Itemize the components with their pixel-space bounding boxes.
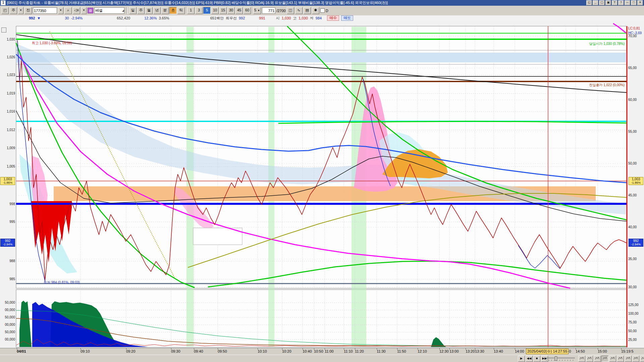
current-price-badge-right: 992-2.94% [629, 239, 643, 247]
playback-controls: ▶◀◀■▶▶ [518, 356, 548, 362]
time-tick-label: 11:50 [397, 349, 406, 353]
status-bar: ▶◀◀■▶▶ −+A [0, 355, 644, 362]
axis-tick-label: 1,009 [0, 146, 15, 150]
axis-tick-label: 35,00 [628, 257, 644, 261]
time-tick-label: 10:50 [314, 349, 323, 353]
chart-menu-icon[interactable] [1, 27, 6, 33]
region-zoom-icon[interactable] [594, 356, 601, 362]
time-tick-label: 04/01 [17, 349, 26, 353]
axis-tick-label: 50,000 [0, 330, 15, 334]
axis-tick-label: 1,026 [0, 55, 15, 59]
time-tick-label: 13:40 [494, 349, 503, 353]
time-tick-label: 10:10 [258, 349, 267, 353]
slider-handle[interactable] [555, 356, 557, 361]
time-tick-label: 09:30 [171, 349, 180, 353]
axis-tick-label: 1,019 [0, 92, 15, 95]
time-tick-label: 14:00 [515, 349, 524, 353]
axis-tick-label: 50,000 [0, 315, 15, 319]
cursor-datetime-label: 2025/04/02(수) 14:27:55 [526, 349, 569, 354]
axis-tick-label: 00,000 [0, 323, 15, 326]
axis-tick-label: 50,00 [628, 329, 644, 333]
day-high-annotation: 최고 1,030 (-3.69%, 09:00) [32, 41, 72, 46]
hc-value: HC:-3,69 [628, 31, 642, 35]
axis-tick-label: 60,00 [628, 98, 644, 102]
time-tick-label: 13:30 [475, 349, 484, 353]
time-tick-label: 11:30 [377, 349, 386, 353]
playback-■[interactable]: ■ [533, 356, 540, 362]
axis-tick-label: 45,00 [628, 193, 644, 197]
stock-chart-window: 1 [0601] 주식종합차트 - 유통비율[78.5] 거래대금[651(백만… [0, 0, 644, 362]
time-axis: 04/0109:1009:2009:3009:4009:5010:1010:20… [0, 348, 644, 355]
current-price-badge-left: 992-2.94% [0, 239, 15, 247]
axis-tick-label: 00,000 [0, 308, 15, 312]
chart-style-4-icon[interactable] [625, 356, 632, 362]
time-tick-label: 11:00 [325, 349, 334, 353]
axis-tick-label: 1,005 [0, 165, 15, 168]
time-tick-label: 11:10 [344, 349, 353, 353]
time-tick-label: 15:00 [598, 349, 607, 353]
axis-tick-label: 988 [0, 259, 15, 263]
time-tick-label: 10:20 [282, 349, 291, 353]
snapshot-icon[interactable] [640, 356, 644, 362]
time-tick-label: 10:40 [303, 349, 312, 353]
axis-tick-label: 65,00 [628, 66, 644, 70]
axis-tick-label: 985 [0, 277, 15, 281]
window-copy-icon[interactable] [578, 356, 585, 362]
axis-tick-label: 125,00 [628, 303, 644, 307]
axis-tick-label: 100,00 [628, 312, 644, 315]
prev-close-annotation: 전일종가 1,022 (0,00%) [589, 83, 625, 87]
axis-tick-label: 1,023 [0, 73, 15, 77]
time-tick-label: 15:19:5 [621, 349, 634, 353]
time-tick-label: 09:50 [218, 349, 227, 353]
playback-▶[interactable]: ▶ [518, 356, 525, 362]
axis-tick-label: 30,00 [628, 285, 644, 289]
chart-canvas[interactable] [0, 0, 644, 362]
axis-tick-label: 75,00 [628, 320, 644, 324]
day-open-annotation: 당일시가 1,030 (0.78%) [589, 42, 625, 46]
axis-tick-label: 25,00 [628, 338, 644, 342]
time-tick-label: 12:30 [439, 349, 449, 353]
time-tick-label: 14:50 [576, 349, 585, 353]
time-tick-label: 12:10 [418, 349, 427, 353]
chart-style-2-icon[interactable] [609, 356, 616, 362]
axis-tick-label: 50,000 [0, 301, 15, 304]
axis-tick-label: 995 [0, 220, 15, 224]
axis-tick-label: 998 [0, 202, 15, 206]
time-tick-label: 11:20 [355, 349, 364, 353]
chart-style-3-icon[interactable] [617, 356, 624, 362]
axis-tick-label: 40,00 [628, 225, 644, 229]
axis-tick-label: 1,030 [0, 38, 15, 41]
time-tick-label: 13:00 [449, 349, 459, 353]
playback-◀◀[interactable]: ◀◀ [526, 356, 533, 362]
time-tick-label: 09:40 [194, 349, 203, 353]
window-cascade-icon[interactable] [586, 356, 593, 362]
axis-tick-label: 1,016 [0, 110, 15, 113]
axis-tick-label: 00,000 [0, 338, 15, 341]
lc-value: LC:0,81 [628, 26, 640, 30]
chart-style-1-icon[interactable] [601, 356, 608, 362]
statusbar-icon-group: −+A [578, 356, 644, 362]
level-badge-yellow-right: 1,003-1.86% [629, 177, 643, 185]
continuous-chart-icon[interactable] [632, 356, 639, 362]
axis-tick-label: 55,00 [628, 130, 644, 133]
time-tick-label: 09:20 [126, 349, 136, 353]
time-tick-label: 09:10 [80, 349, 90, 353]
day-low-annotation: 최저 984 (0.81%, 09:03) [44, 280, 80, 285]
replay-slider[interactable] [546, 356, 575, 361]
time-tick-label: 13:20 [466, 349, 475, 353]
level-badge-yellow-left: 1,003-1.86% [0, 177, 15, 185]
axis-tick-label: 50,00 [628, 162, 644, 165]
axis-tick-label: 1,012 [0, 128, 15, 132]
